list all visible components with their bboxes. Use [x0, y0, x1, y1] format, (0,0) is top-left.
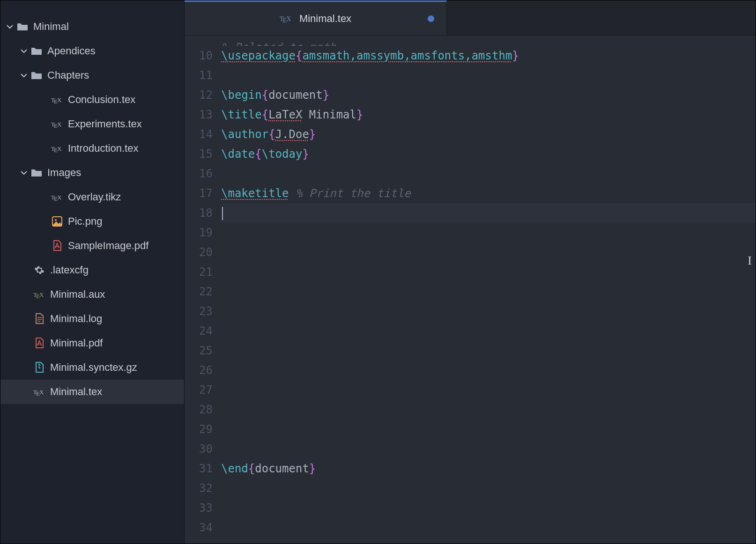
line-number: 22: [185, 282, 213, 301]
text-file-icon: [33, 313, 45, 324]
code-line[interactable]: [221, 223, 756, 243]
tree-file-pdf[interactable]: Minimal.pdf: [0, 331, 184, 355]
line-number: 34: [185, 518, 213, 537]
folder-icon: [16, 22, 29, 31]
archive-file-icon: [33, 362, 45, 373]
line-number: 16: [185, 164, 213, 184]
line-number: 32: [185, 478, 213, 498]
svg-text:TEX: TEX: [51, 194, 62, 201]
line-number: 26: [185, 360, 213, 380]
tree-file-tex[interactable]: TEX Experiments.tex: [0, 112, 184, 136]
folder-icon: [30, 71, 43, 80]
tex-file-icon: TEX: [51, 193, 63, 201]
code-line[interactable]: [221, 66, 756, 85]
code-line[interactable]: [221, 498, 756, 518]
tree-item-label: Images: [47, 167, 81, 179]
code-line[interactable]: [221, 478, 756, 498]
code-line[interactable]: \date{\today}: [221, 144, 756, 164]
tree-item-label: SampleImage.pdf: [68, 240, 148, 252]
code-line[interactable]: [221, 439, 756, 459]
tree-item-label: Minimal.log: [50, 313, 102, 325]
line-number: 10: [185, 46, 213, 66]
code-line[interactable]: [221, 282, 756, 301]
tree-file-png[interactable]: Pic.png: [0, 209, 184, 234]
tex-file-icon: TEX: [51, 144, 63, 153]
tree-file-tikz[interactable]: TEX Overlay.tikz: [0, 185, 184, 209]
line-number: 20: [185, 243, 213, 262]
code-line[interactable]: [221, 203, 756, 223]
code-line[interactable]: [221, 321, 756, 341]
code-line[interactable]: [221, 262, 756, 282]
tex-file-icon: TEX: [51, 120, 63, 128]
tex-file-icon: TEX: [280, 15, 294, 23]
tree-file-tex-active[interactable]: TEX Minimal.tex: [0, 380, 184, 404]
line-number: 33: [185, 498, 213, 518]
line-number: 30: [185, 439, 213, 459]
gear-icon: [33, 265, 45, 275]
code-line[interactable]: [221, 301, 756, 321]
code-line[interactable]: \begin{document}: [221, 85, 756, 105]
code-line[interactable]: [221, 341, 756, 360]
tree-item-label: .latexcfg: [50, 264, 89, 276]
text-cursor-icon: I: [748, 251, 752, 271]
code-line[interactable]: \usepackage{amsmath,amssymb,amsfonts,ams…: [221, 46, 756, 66]
svg-text:TEX: TEX: [280, 15, 291, 23]
tab-bar: TEX Minimal.tex: [185, 0, 756, 36]
tree-folder-root[interactable]: Minimal: [0, 15, 184, 39]
line-number: 23: [185, 301, 213, 321]
code-line[interactable]: [221, 360, 756, 380]
tree-file-tex[interactable]: TEX Conclusion.tex: [0, 88, 184, 112]
tree-item-label: Conclusion.tex: [68, 94, 135, 106]
tree-file-aux[interactable]: TEX Minimal.aux: [0, 282, 184, 307]
tex-file-icon: TEX: [51, 96, 63, 104]
line-number: 25: [185, 341, 213, 360]
tex-file-icon: TEX: [33, 290, 45, 299]
code-line[interactable]: \end{document}: [221, 459, 756, 478]
code-line[interactable]: [221, 164, 756, 184]
tree-item-label: Introduction.tex: [68, 142, 138, 154]
code-area[interactable]: 9101112131415161718192021222324252627282…: [185, 36, 756, 544]
code-line[interactable]: % Related to math: [221, 37, 756, 46]
svg-text:TEX: TEX: [51, 145, 62, 153]
line-number: 14: [185, 125, 213, 144]
editor-pane: TEX Minimal.tex 910111213141516171819202…: [184, 0, 756, 544]
code-line[interactable]: [221, 419, 756, 439]
chevron-down-icon: [19, 169, 29, 176]
folder-icon: [30, 46, 43, 56]
line-number: 13: [185, 105, 213, 125]
tree-file-pdf[interactable]: SampleImage.pdf: [0, 234, 184, 258]
tree-item-label: Minimal.tex: [50, 386, 102, 398]
tree-folder-appendices[interactable]: Apendices: [0, 39, 184, 63]
code-line[interactable]: [221, 400, 756, 419]
code-content[interactable]: % Related to math\usepackage{amsmath,ams…: [221, 37, 756, 544]
svg-text:TEX: TEX: [51, 121, 62, 128]
line-number: 11: [185, 66, 213, 85]
tree-item-label: Overlay.tikz: [68, 191, 121, 203]
svg-text:TEX: TEX: [51, 96, 62, 104]
code-line[interactable]: [221, 380, 756, 400]
code-line[interactable]: [221, 518, 756, 537]
tree-file-log[interactable]: Minimal.log: [0, 307, 184, 331]
tree-folder-images[interactable]: Images: [0, 161, 184, 185]
modified-indicator-icon: [428, 15, 434, 22]
line-number: 17: [185, 184, 213, 203]
code-line[interactable]: [221, 243, 756, 262]
tree-file-tex[interactable]: TEX Introduction.tex: [0, 136, 184, 161]
tab-title: Minimal.tex: [299, 13, 351, 25]
tab-minimal-tex[interactable]: TEX Minimal.tex: [185, 0, 447, 35]
svg-text:TEX: TEX: [33, 389, 44, 396]
pdf-file-icon: [33, 338, 45, 349]
tree-item-label: Experiments.tex: [68, 118, 142, 130]
code-line[interactable]: \author{J.Doe}: [221, 125, 756, 144]
tree-file-gz[interactable]: Minimal.synctex.gz: [0, 355, 184, 380]
line-number: 12: [185, 85, 213, 105]
line-number: 29: [185, 419, 213, 439]
tree-folder-chapters[interactable]: Chapters: [0, 63, 184, 88]
tree-item-label: Minimal.synctex.gz: [50, 361, 137, 374]
line-number: 28: [185, 400, 213, 419]
tree-file-config[interactable]: .latexcfg: [0, 258, 184, 282]
code-line[interactable]: \maketitle % Print the title: [221, 184, 756, 203]
code-line[interactable]: \title{LaTeX Minimal}: [221, 105, 756, 125]
line-number: 21: [185, 262, 213, 282]
image-file-icon: [51, 216, 63, 227]
